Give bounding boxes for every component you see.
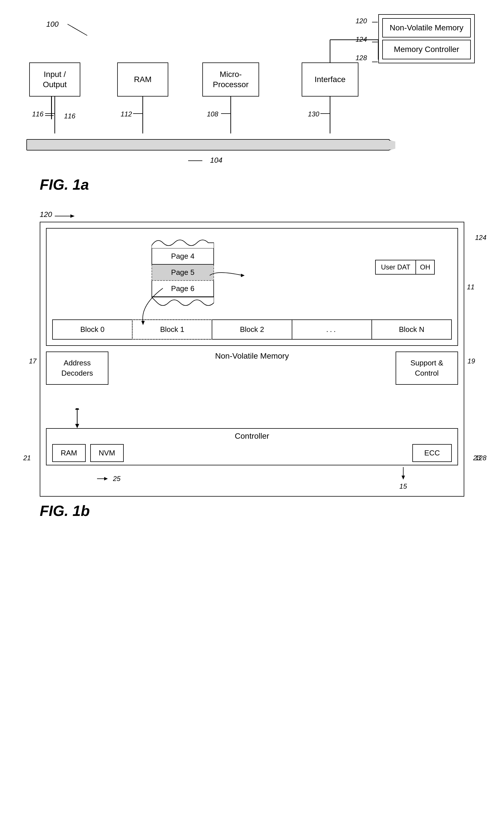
ref-25-arrow-svg bbox=[97, 475, 111, 482]
controller-components: RAM NVM ECC bbox=[52, 444, 452, 462]
nvm-inner-system: 11 Page 4 Page 5 Page 6 bbox=[46, 228, 458, 346]
svg-marker-17 bbox=[70, 215, 75, 218]
ref-100-arrow bbox=[68, 24, 87, 36]
ref-124-fig1b: 124 bbox=[475, 234, 486, 242]
page-stack-area: Page 4 Page 5 Page 6 User DAT OH bbox=[52, 234, 452, 314]
ctrl-nvm-box: NVM bbox=[90, 444, 124, 462]
ref-15-label: 15 bbox=[399, 467, 407, 490]
ram-box: RAM bbox=[117, 62, 168, 96]
page6-row: Page 6 bbox=[152, 281, 214, 297]
dots-cell: ... bbox=[292, 320, 372, 339]
fig1b: 120 124 128 11 bbox=[17, 210, 487, 519]
fig1a: 100 120 124 128 Non-Volatile Memory bbox=[17, 11, 487, 193]
support-control-box: Support &Control bbox=[396, 352, 458, 385]
ref-116: 116 bbox=[45, 112, 75, 120]
svg-marker-27 bbox=[104, 477, 108, 480]
controller-title: Controller bbox=[52, 432, 452, 441]
ref-15-arrow-svg bbox=[400, 467, 407, 481]
vertical-arrows-svg bbox=[46, 408, 458, 431]
ref-25-label: 25 bbox=[97, 467, 121, 490]
svg-marker-18 bbox=[241, 274, 245, 277]
nvm-group: 120 124 128 Non-Volatile Memory Memory C… bbox=[378, 14, 480, 63]
fig1a-title: FIG. 1a bbox=[40, 176, 487, 193]
bottom-refs: 25 15 bbox=[46, 467, 458, 490]
page5-arrow-svg bbox=[208, 267, 322, 295]
block2-cell: Block 2 bbox=[212, 320, 292, 339]
ref-17: 17 bbox=[29, 357, 37, 365]
ref-104: 104 bbox=[188, 156, 222, 165]
ref-11: 11 bbox=[467, 283, 474, 291]
user-dat-label: User DAT bbox=[376, 260, 416, 274]
ref-120-arrow-svg bbox=[55, 211, 77, 219]
controller-box: Controller RAM NVM ECC bbox=[46, 428, 458, 465]
interface-box: Interface bbox=[302, 62, 358, 96]
ref-120-fig1b: 120 bbox=[40, 210, 487, 219]
svg-marker-29 bbox=[402, 476, 405, 480]
address-decoders-box: AddressDecoders bbox=[46, 352, 108, 385]
memory-controller-box: Memory Controller bbox=[382, 40, 471, 59]
bus-notch bbox=[389, 140, 395, 150]
ref-21: 21 bbox=[23, 454, 31, 462]
bottom-section: 17 19 AddressDecoders Non-Volatile Memor… bbox=[46, 352, 458, 403]
ref-104-arrow-svg bbox=[188, 158, 208, 163]
fig1b-title: FIG. 1b bbox=[40, 502, 487, 519]
blocks-row: Block 0 Block 1 Block 2 ... Block N bbox=[52, 320, 452, 340]
page4-row: Page 4 bbox=[152, 249, 214, 265]
ref-23: 23 bbox=[473, 454, 481, 462]
ref-19: 19 bbox=[467, 357, 475, 365]
nvm-outer-box: Non-Volatile Memory Memory Controller bbox=[378, 14, 475, 63]
block1-cell: Block 1 bbox=[132, 320, 212, 340]
stack-top-svg bbox=[152, 234, 214, 249]
bus-bar bbox=[26, 139, 390, 150]
input-output-box: Input /Output bbox=[29, 62, 80, 96]
ctrl-ecc-box: ECC bbox=[412, 444, 452, 462]
nvm-center-label: Non-Volatile Memory bbox=[108, 352, 396, 363]
nvm-ref-arrows-svg bbox=[355, 20, 381, 77]
comp-ref-116: 116 bbox=[32, 110, 43, 118]
blockN-cell: Block N bbox=[372, 320, 451, 339]
stack-bottom-svg bbox=[152, 297, 214, 311]
ctrl-ram-box: RAM bbox=[52, 444, 86, 462]
user-dat-box: User DAT OH bbox=[375, 260, 435, 275]
block0-cell: Block 0 bbox=[53, 320, 133, 339]
comp-ref-130: 130 bbox=[308, 110, 319, 118]
svg-marker-21 bbox=[75, 424, 79, 428]
nvm-box: Non-Volatile Memory bbox=[382, 18, 471, 37]
svg-marker-22 bbox=[75, 408, 79, 410]
ref-100-label: 100 bbox=[46, 20, 58, 29]
diagram-container: 100 120 124 128 Non-Volatile Memory bbox=[0, 0, 504, 531]
ref-116-arrow-svg bbox=[45, 113, 62, 118]
page5-row: Page 5 bbox=[152, 265, 214, 281]
oh-label: OH bbox=[416, 260, 434, 274]
micro-processor-box: Micro-Processor bbox=[202, 62, 259, 96]
comp-ref-108: 108 bbox=[207, 110, 218, 118]
nvm-system-box: 124 128 11 Page 4 bbox=[40, 222, 464, 497]
fig1a-wrapper: 100 120 124 128 Non-Volatile Memory bbox=[18, 11, 486, 167]
page-stack: Page 4 Page 5 Page 6 bbox=[152, 234, 214, 311]
comp-ref-112: 112 bbox=[121, 110, 132, 118]
